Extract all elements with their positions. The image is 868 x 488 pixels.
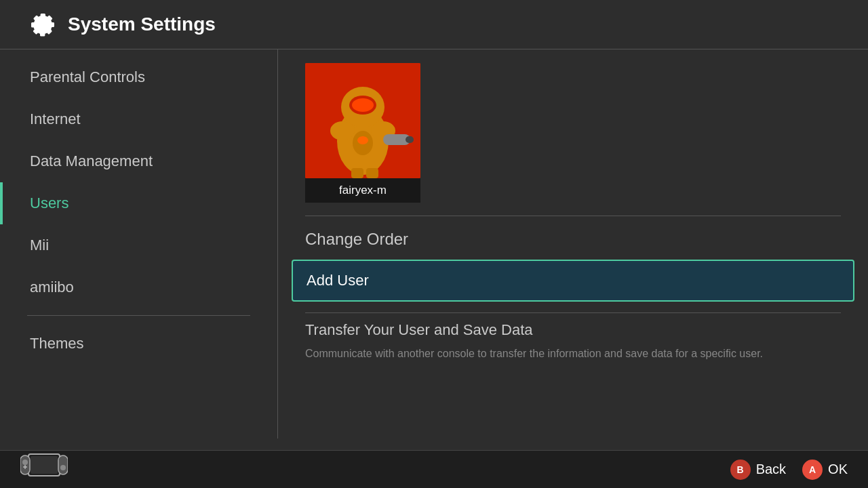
- sidebar-item-parental-controls[interactable]: Parental Controls: [0, 56, 277, 98]
- ok-label: OK: [828, 462, 848, 477]
- sidebar-item-mii[interactable]: Mii: [0, 224, 277, 266]
- add-user-label: Add User: [307, 272, 369, 289]
- main-layout: Parental Controls Internet Data Manageme…: [0, 49, 868, 439]
- svg-rect-16: [31, 456, 58, 474]
- svg-point-12: [357, 136, 368, 144]
- header: System Settings: [0, 0, 868, 49]
- sidebar-item-amiibo[interactable]: amiibo: [0, 266, 277, 308]
- footer: B Back A OK: [0, 450, 868, 488]
- sidebar: Parental Controls Internet Data Manageme…: [0, 49, 278, 439]
- content-divider-top: [305, 216, 841, 216]
- svg-rect-10: [366, 168, 378, 178]
- ok-button[interactable]: A OK: [802, 460, 848, 480]
- svg-point-4: [352, 98, 374, 112]
- transfer-section: Transfer Your User and Save Data Communi…: [305, 321, 841, 362]
- add-user-button[interactable]: Add User: [292, 260, 854, 302]
- avatar-image: [305, 63, 420, 178]
- transfer-description: Communicate with another console to tran…: [305, 346, 841, 362]
- a-button-circle: A: [802, 460, 823, 480]
- sidebar-item-data-management[interactable]: Data Management: [0, 140, 277, 182]
- switch-console-icon: [20, 453, 68, 480]
- back-button[interactable]: B Back: [730, 460, 786, 480]
- content-area: fairyex-m Change Order Add User Transfer…: [278, 49, 868, 439]
- page-title: System Settings: [68, 14, 216, 35]
- sidebar-item-themes[interactable]: Themes: [0, 323, 277, 365]
- a-label: A: [809, 464, 816, 475]
- user-profile: fairyex-m: [305, 63, 841, 202]
- svg-point-18: [60, 465, 66, 470]
- svg-point-5: [330, 121, 355, 140]
- svg-rect-9: [351, 168, 363, 178]
- user-name: fairyex-m: [305, 178, 420, 203]
- back-label: Back: [756, 462, 786, 477]
- content-divider-mid: [305, 312, 841, 313]
- sidebar-item-users[interactable]: Users: [0, 182, 277, 224]
- svg-point-17: [22, 460, 28, 465]
- gear-icon: [27, 9, 57, 39]
- change-order-label[interactable]: Change Order: [305, 224, 841, 260]
- svg-rect-8: [406, 136, 414, 143]
- avatar-wrapper: fairyex-m: [305, 63, 420, 202]
- sidebar-item-internet[interactable]: Internet: [0, 98, 277, 140]
- sidebar-divider: [27, 315, 250, 316]
- svg-rect-20: [24, 465, 26, 469]
- transfer-title[interactable]: Transfer Your User and Save Data: [305, 321, 841, 339]
- b-button-circle: B: [730, 460, 751, 480]
- avatar[interactable]: [305, 63, 420, 178]
- b-label: B: [737, 464, 744, 475]
